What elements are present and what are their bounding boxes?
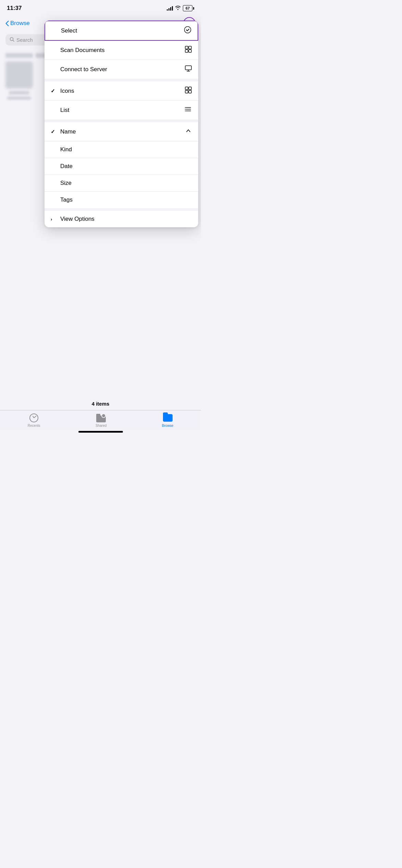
search-placeholder: Search: [16, 37, 33, 43]
battery-level: 67: [183, 5, 192, 11]
connect-to-server-menu-item[interactable]: Connect to Server: [45, 60, 198, 79]
status-time: 11:37: [7, 5, 22, 12]
browse-label: Browse: [162, 424, 173, 427]
connect-to-server-label: Connect to Server: [60, 66, 107, 73]
tab-shared[interactable]: Shared: [96, 413, 106, 427]
svg-point-11: [185, 107, 186, 108]
icons-label: Icons: [60, 88, 74, 94]
tags-label: Tags: [60, 196, 73, 203]
icons-checkmark: ✓: [51, 88, 55, 94]
svg-rect-7: [185, 87, 188, 90]
bottom-section: 4 items Recents Shared: [0, 397, 201, 434]
svg-rect-4: [185, 50, 188, 52]
scan-documents-label: Scan Documents: [60, 47, 104, 54]
shared-icon: [96, 413, 106, 423]
name-checkmark: ✓: [51, 129, 55, 135]
blurred-file-item: [5, 61, 33, 100]
svg-rect-6: [185, 66, 191, 70]
svg-point-12: [185, 109, 186, 110]
name-label: Name: [60, 128, 76, 135]
scan-documents-menu-item[interactable]: Scan Documents: [45, 41, 198, 60]
recents-label: Recents: [28, 424, 40, 427]
dropdown-section-3: ✓ Name Kind Date: [45, 119, 198, 208]
scan-documents-icon: [185, 46, 192, 55]
svg-rect-8: [189, 87, 191, 90]
dropdown-section-2: ✓ Icons List: [45, 79, 198, 119]
name-menu-item[interactable]: ✓ Name: [45, 122, 198, 141]
dropdown-menu: Select Scan Documents: [45, 21, 198, 227]
grid-icon: [185, 86, 192, 95]
size-menu-item[interactable]: Size: [45, 175, 198, 192]
svg-rect-9: [185, 90, 188, 93]
kind-label: Kind: [60, 146, 72, 153]
icons-menu-item[interactable]: ✓ Icons: [45, 81, 198, 101]
list-icon: [185, 105, 192, 115]
select-label: Select: [61, 27, 77, 34]
size-label: Size: [60, 180, 72, 187]
svg-rect-2: [185, 46, 188, 49]
list-menu-item[interactable]: List: [45, 101, 198, 119]
browse-icon: [163, 413, 173, 423]
select-icon: [184, 26, 191, 35]
back-button[interactable]: Browse: [5, 20, 30, 27]
kind-menu-item[interactable]: Kind: [45, 141, 198, 158]
svg-point-1: [185, 27, 191, 33]
status-bar: 11:37 67: [0, 0, 201, 14]
list-label: List: [60, 107, 69, 114]
search-bar[interactable]: Search: [5, 34, 50, 46]
svg-rect-3: [189, 46, 191, 49]
tab-bar: Recents Shared Browse: [0, 410, 201, 429]
home-bar: [78, 431, 123, 433]
recents-icon: [29, 413, 39, 423]
search-icon: [10, 37, 14, 43]
items-count: 4 items: [0, 397, 201, 410]
dropdown-section-4: › View Options: [45, 208, 198, 227]
date-menu-item[interactable]: Date: [45, 158, 198, 175]
battery-icon: 67: [183, 5, 194, 11]
status-icons: 67: [167, 5, 194, 11]
svg-point-13: [185, 111, 186, 111]
tags-menu-item[interactable]: Tags: [45, 192, 198, 208]
date-label: Date: [60, 163, 73, 170]
signal-icon: [167, 6, 173, 11]
dropdown-section-1: Select Scan Documents: [45, 21, 198, 79]
name-sort-icon: [185, 127, 192, 136]
wifi-icon: [175, 5, 181, 11]
back-label: Browse: [10, 20, 30, 27]
svg-rect-5: [189, 50, 191, 52]
view-options-label: View Options: [60, 216, 95, 222]
connect-to-server-icon: [185, 65, 192, 74]
view-options-menu-item[interactable]: › View Options: [45, 211, 198, 227]
shared-label: Shared: [96, 424, 106, 427]
tab-recents[interactable]: Recents: [28, 413, 40, 427]
svg-rect-10: [189, 90, 191, 93]
tab-browse[interactable]: Browse: [162, 413, 173, 427]
home-indicator: [0, 429, 201, 434]
select-menu-item[interactable]: Select: [45, 21, 198, 41]
